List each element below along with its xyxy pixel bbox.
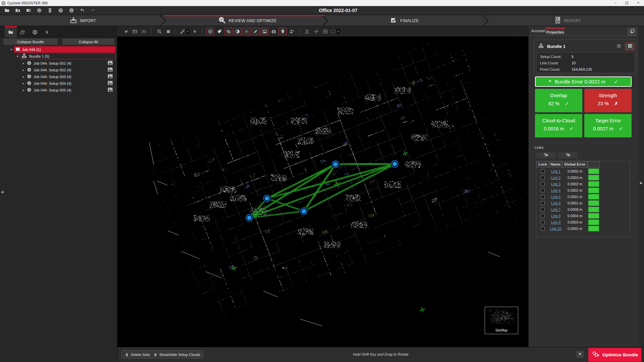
camera-icon[interactable] (269, 27, 278, 35)
lock-checkbox[interactable] (541, 201, 545, 205)
zoom-window-icon[interactable] (155, 27, 163, 35)
lock-checkbox[interactable] (541, 227, 545, 231)
redo-icon[interactable] (89, 7, 97, 14)
fit-view-icon[interactable] (164, 27, 172, 35)
tree-item-bundle[interactable]: ▾ Bundle 1 (5) (1, 53, 115, 59)
close-project-icon[interactable] (13, 7, 22, 14)
tab-properties[interactable]: Properties (545, 27, 565, 36)
link-name-link[interactable]: Link 10 (549, 227, 562, 231)
expand-caret-icon[interactable]: ▾ (15, 55, 19, 58)
sitemap-thumbnail[interactable]: SiteMap (485, 307, 518, 334)
dismiss-button[interactable]: ✕ (576, 351, 584, 358)
expand-caret-icon[interactable]: ▸ (21, 62, 25, 65)
about-info-icon[interactable]: i (67, 7, 76, 14)
lock-checkbox[interactable] (541, 207, 545, 212)
grid-view-button[interactable] (625, 43, 635, 50)
fly-through-icon[interactable] (121, 27, 130, 35)
workflow-tab-review-and-optimize[interactable]: REVIEW AND OPTIMIZE (218, 15, 277, 26)
overlap-tile[interactable]: Overlap 82 %✓ (535, 89, 582, 112)
cloud-to-cloud-tile[interactable]: Cloud-to-Cloud 0.0016 m✓ (535, 114, 582, 137)
cloud-links-toggle-icon[interactable] (224, 27, 232, 35)
tab-assistant[interactable]: Assistant (531, 29, 547, 33)
expand-caret-icon[interactable]: ▸ (21, 82, 25, 85)
expand-caret-icon[interactable]: ▸ (21, 88, 25, 92)
help-icon[interactable]: ? (56, 7, 65, 14)
contrast-toggle-icon[interactable] (233, 27, 241, 35)
lock-checkbox[interactable] (541, 182, 545, 186)
lock-checkbox[interactable] (541, 169, 545, 173)
link-name-link[interactable]: Link 5 (549, 195, 562, 199)
collapse-panel-arrow[interactable]: ◀ (1, 190, 3, 194)
expand-panel-arrow[interactable]: ▶ (640, 181, 643, 185)
dropdown-caret-icon[interactable]: ▾ (186, 29, 190, 34)
lock-checkbox[interactable] (541, 195, 545, 199)
maximize-button[interactable] (621, 0, 633, 6)
sitemap-network-tab[interactable] (41, 26, 53, 37)
setup-image-icon[interactable] (108, 67, 113, 72)
cut-link-icon[interactable] (303, 27, 311, 35)
lock-all-links-button[interactable] (536, 152, 555, 158)
close-button[interactable]: × (633, 0, 644, 6)
lock-checkbox[interactable] (541, 188, 545, 192)
undock-panel-button[interactable] (628, 28, 637, 36)
view-options-icon[interactable]: ▾ (330, 27, 340, 35)
setup-image-icon[interactable] (108, 74, 113, 79)
expand-caret-icon[interactable]: ▸ (21, 75, 25, 78)
measure-tool-icon[interactable]: ▾ (179, 27, 190, 35)
workflow-tab-finalize[interactable]: FINALIZE (390, 15, 419, 26)
collapse-all-button[interactable]: Collapse All (62, 39, 114, 45)
bundle-error-button[interactable]: ^ Bundle Error 0.0022 m ✓ (535, 76, 632, 87)
storage-icon[interactable] (46, 7, 54, 14)
tree-item-setup-3[interactable]: ▸Job 044- Setup 003 (4) (1, 73, 115, 80)
tree-item-setup-5[interactable]: ▸Job 044- Setup 005 (4) (1, 87, 115, 93)
setup-link-network[interactable] (117, 37, 528, 347)
sitemap-toggle-icon[interactable] (242, 27, 251, 35)
expand-caret-icon[interactable]: ▾ (9, 48, 13, 51)
add-person-icon[interactable] (287, 27, 296, 35)
move-expand-icon[interactable] (312, 27, 320, 35)
link-name-link[interactable]: Link 3 (549, 182, 562, 186)
optimize-bundle-button[interactable]: Optimize Bundle (588, 348, 641, 362)
tree-item-setup-4[interactable]: ▸Job 044- Setup 004 (4) (1, 80, 115, 86)
workflow-tab-report[interactable]: REPORT (554, 15, 581, 26)
tree-item-setup-2[interactable]: ▸Job 044- Setup 002 (4) (1, 67, 115, 73)
minimize-button[interactable]: – (610, 0, 621, 6)
open-project-icon[interactable] (3, 7, 11, 14)
setup-image-icon[interactable] (108, 87, 113, 93)
unlock-all-links-button[interactable] (558, 152, 578, 158)
camera-view-icon[interactable] (140, 27, 148, 35)
pane-view-icon[interactable] (130, 27, 139, 35)
point-cloud-viewport[interactable]: SiteMap (117, 37, 528, 347)
workflow-tab-import[interactable]: IMPORT (70, 15, 96, 26)
link-name-link[interactable]: Link 7 (549, 207, 562, 212)
show-hide-setup-clouds-button[interactable]: Show/Hide Setup Clouds (150, 350, 203, 359)
target-error-tile[interactable]: Target Error 0.0027 m✓ (584, 114, 632, 137)
annotate-pencil-icon[interactable] (251, 27, 260, 35)
undo-icon[interactable] (78, 7, 87, 14)
tree-item-setup-1[interactable]: ▸Job 044- Setup 001 (4) (1, 60, 115, 66)
list-view-button[interactable] (614, 43, 623, 50)
project-tree-tab[interactable] (5, 26, 17, 37)
geotag-pin-icon[interactable] (278, 27, 287, 35)
web-tab[interactable] (29, 26, 41, 37)
link-name-link[interactable]: Link 9 (549, 220, 562, 224)
lock-checkbox[interactable] (541, 176, 545, 180)
link-name-link[interactable]: Link 6 (549, 201, 562, 205)
import-icon[interactable] (24, 7, 33, 14)
lock-checkbox[interactable] (541, 220, 545, 224)
settings-gear-icon[interactable] (35, 7, 44, 14)
tree-item-job[interactable]: ▾ Job 044 (1) (1, 46, 115, 53)
setup-image-icon[interactable] (108, 61, 113, 66)
lock-checkbox[interactable] (541, 214, 545, 218)
strength-tile[interactable]: Strength 23 %✗ (584, 89, 632, 112)
link-name-link[interactable]: Link 4 (549, 188, 562, 192)
pick-tool-icon[interactable] (191, 27, 199, 35)
setup-image-icon[interactable] (108, 81, 113, 86)
dropdown-caret-icon[interactable]: ▾ (336, 29, 340, 34)
targets-toggle-icon[interactable] (206, 27, 214, 35)
layout-grid-icon[interactable] (321, 27, 329, 35)
tags-icon[interactable] (215, 27, 223, 35)
attachments-tab[interactable] (17, 26, 29, 37)
link-name-link[interactable]: Link 2 (549, 176, 562, 180)
expand-caret-icon[interactable]: ▸ (21, 68, 25, 72)
